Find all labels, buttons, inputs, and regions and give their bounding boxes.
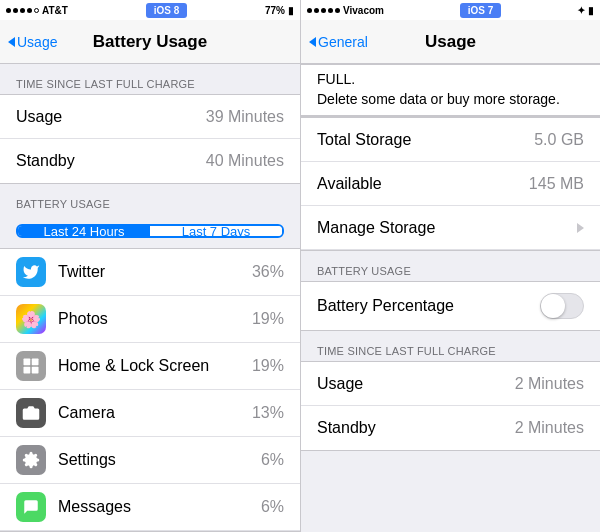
- available-label: Available: [317, 175, 382, 193]
- warning-line1: FULL.: [301, 64, 600, 89]
- warning-block: FULL. Delete some data or buy more stora…: [301, 64, 600, 117]
- app-list: Twitter 36% 🌸 Photos 19% Home & Lock Scr…: [0, 248, 300, 532]
- usage-value-left: 39 Minutes: [206, 108, 284, 126]
- segment-control[interactable]: Last 24 Hours Last 7 Days: [16, 224, 284, 238]
- standby-label-right: Standby: [317, 419, 376, 437]
- twitter-icon: [16, 257, 46, 287]
- back-chevron-left: [8, 37, 15, 47]
- messages-name: Messages: [58, 498, 261, 516]
- standby-value-left: 40 Minutes: [206, 152, 284, 170]
- battery-pct: 77%: [265, 5, 285, 16]
- ios-badge-right: iOS 7: [460, 3, 502, 18]
- right-spacer: [301, 451, 600, 532]
- camera-pct: 13%: [252, 404, 284, 422]
- photos-name: Photos: [58, 310, 252, 328]
- usage-label-left: Usage: [16, 108, 62, 126]
- status-bar-left: AT&T iOS 8 77% ▮: [0, 0, 300, 20]
- status-left: AT&T: [6, 5, 68, 16]
- manage-storage-row[interactable]: Manage Storage: [301, 206, 600, 250]
- standby-label-left: Standby: [16, 152, 75, 170]
- manage-storage-label: Manage Storage: [317, 219, 435, 237]
- battery-pct-toggle[interactable]: [540, 293, 584, 319]
- panel-ios8: AT&T iOS 8 77% ▮ Usage Battery Usage TIM…: [0, 0, 300, 532]
- available-value: 145 MB: [529, 175, 584, 193]
- battery-icon: ▮: [288, 5, 294, 16]
- home-name: Home & Lock Screen: [58, 357, 252, 375]
- manage-storage-chevron: [577, 223, 584, 233]
- bt-icon: ✦: [577, 5, 585, 16]
- back-label-left: Usage: [17, 34, 57, 50]
- back-button-left[interactable]: Usage: [8, 34, 57, 50]
- app-row-messages: Messages 6%: [0, 484, 300, 531]
- battery-pct-row: Battery Percentage: [301, 282, 600, 330]
- photos-pct: 19%: [252, 310, 284, 328]
- total-storage-label: Total Storage: [317, 131, 411, 149]
- standby-row-left: Standby 40 Minutes: [0, 139, 300, 183]
- section-time-header-left: TIME SINCE LAST FULL CHARGE: [0, 64, 300, 94]
- settings-name: Settings: [58, 451, 261, 469]
- carrier-name: AT&T: [42, 5, 68, 16]
- camera-icon: [16, 398, 46, 428]
- page-title-left: Battery Usage: [93, 32, 207, 52]
- standby-value-right: 2 Minutes: [515, 419, 584, 437]
- time-charge-card-left: Usage 39 Minutes Standby 40 Minutes: [0, 94, 300, 184]
- home-icon: [16, 351, 46, 381]
- svg-rect-2: [24, 367, 31, 374]
- svg-rect-3: [32, 367, 39, 374]
- twitter-name: Twitter: [58, 263, 252, 281]
- app-row-settings: Settings 6%: [0, 437, 300, 484]
- app-row-twitter: Twitter 36%: [0, 249, 300, 296]
- segment-24h[interactable]: Last 24 Hours: [18, 226, 150, 236]
- status-right-left: 77% ▮: [265, 5, 294, 16]
- storage-card: Total Storage 5.0 GB Available 145 MB Ma…: [301, 117, 600, 251]
- app-row-photos: 🌸 Photos 19%: [0, 296, 300, 343]
- status-right-right: ✦ ▮: [577, 5, 594, 16]
- time-charge-card-right: Usage 2 Minutes Standby 2 Minutes: [301, 361, 600, 451]
- section-time-header-right: TIME SINCE LAST FULL CHARGE: [301, 331, 600, 361]
- section-battery-header-right: BATTERY USAGE: [301, 251, 600, 281]
- photos-icon: 🌸: [16, 304, 46, 334]
- status-left-right: Vivacom: [307, 5, 384, 16]
- settings-icon: [16, 445, 46, 475]
- ios-badge-left: iOS 8: [146, 3, 188, 18]
- total-storage-row: Total Storage 5.0 GB: [301, 118, 600, 162]
- usage-value-right: 2 Minutes: [515, 375, 584, 393]
- twitter-pct: 36%: [252, 263, 284, 281]
- usage-label-right: Usage: [317, 375, 363, 393]
- back-button-right[interactable]: General: [309, 34, 368, 50]
- page-title-right: Usage: [425, 32, 476, 52]
- nav-bar-right: General Usage: [301, 20, 600, 64]
- carrier-name-right: Vivacom: [343, 5, 384, 16]
- app-row-home: Home & Lock Screen 19%: [0, 343, 300, 390]
- warning-line2: Delete some data or buy more storage.: [301, 89, 600, 116]
- svg-point-4: [28, 411, 34, 417]
- panel-ios7: Vivacom iOS 7 ✦ ▮ General Usage FULL. De…: [300, 0, 600, 532]
- settings-pct: 6%: [261, 451, 284, 469]
- standby-row-right: Standby 2 Minutes: [301, 406, 600, 450]
- nav-bar-left: Usage Battery Usage: [0, 20, 300, 64]
- section-battery-header-left: BATTERY USAGE: [0, 184, 300, 214]
- usage-row-right: Usage 2 Minutes: [301, 362, 600, 406]
- segment-7d[interactable]: Last 7 Days: [150, 226, 282, 236]
- total-storage-value: 5.0 GB: [534, 131, 584, 149]
- home-pct: 19%: [252, 357, 284, 375]
- app-row-camera: Camera 13%: [0, 390, 300, 437]
- usage-row-left: Usage 39 Minutes: [0, 95, 300, 139]
- signal-icons: [6, 8, 39, 13]
- battery-pct-label: Battery Percentage: [317, 297, 454, 315]
- battery-icon-right: ▮: [588, 5, 594, 16]
- status-bar-right: Vivacom iOS 7 ✦ ▮: [301, 0, 600, 20]
- messages-icon: [16, 492, 46, 522]
- available-row: Available 145 MB: [301, 162, 600, 206]
- camera-name: Camera: [58, 404, 252, 422]
- toggle-knob: [541, 294, 565, 318]
- battery-toggle-card: Battery Percentage: [301, 281, 600, 331]
- back-label-right: General: [318, 34, 368, 50]
- messages-pct: 6%: [261, 498, 284, 516]
- back-chevron-right: [309, 37, 316, 47]
- svg-rect-1: [32, 359, 39, 366]
- svg-rect-0: [24, 359, 31, 366]
